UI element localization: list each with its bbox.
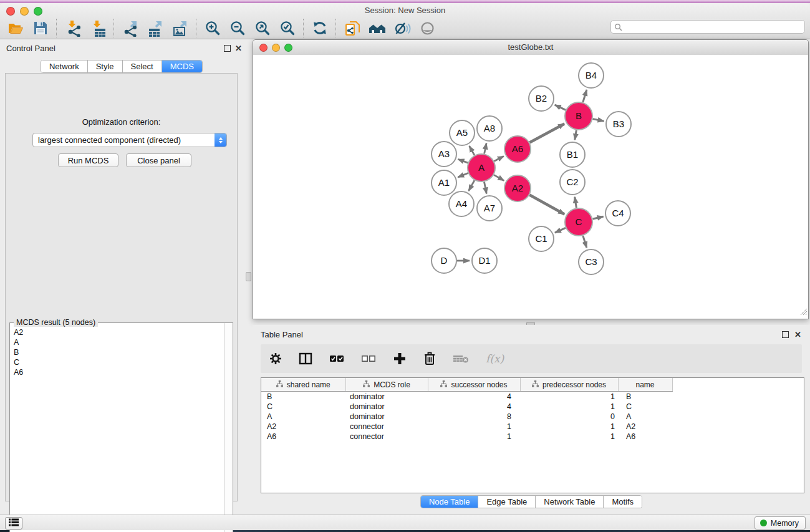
edge-A-A8[interactable] <box>485 143 487 154</box>
memory-button[interactable]: Memory <box>755 516 806 530</box>
column-header-successor-nodes[interactable]: successor nodes <box>428 378 520 392</box>
mcds-result-item[interactable]: B <box>14 347 223 357</box>
column-header-predecessor-nodes[interactable]: predecessor nodes <box>520 378 618 392</box>
column-header-MCDS-role[interactable]: MCDS role <box>345 378 428 392</box>
edge-A-A3[interactable] <box>458 159 468 163</box>
zoom-out-icon[interactable] <box>228 19 247 37</box>
resize-grip-icon[interactable] <box>799 307 808 318</box>
edge-A-A1[interactable] <box>458 173 468 178</box>
table-row[interactable]: Bdominator41B <box>261 392 804 402</box>
split-panel-icon[interactable] <box>299 352 312 365</box>
export-image-icon[interactable] <box>171 19 190 37</box>
float-table-panel-icon[interactable] <box>782 331 789 338</box>
edge-A-A4[interactable] <box>469 180 475 191</box>
edge-A-A7[interactable] <box>485 182 487 194</box>
settings-gear-icon[interactable] <box>269 352 282 365</box>
tab-node-table[interactable]: Node Table <box>421 496 479 508</box>
mcds-result-title: MCDS result (5 nodes) <box>14 318 98 327</box>
delete-columns-trash-icon[interactable] <box>423 352 436 365</box>
export-network-icon[interactable] <box>121 19 140 37</box>
zoom-in-icon[interactable] <box>203 19 222 37</box>
close-table-panel-icon[interactable]: ✕ <box>794 331 801 339</box>
tab-mcds[interactable]: MCDS <box>162 60 202 72</box>
node-label-B2: B2 <box>536 93 547 104</box>
tab-network[interactable]: Network <box>41 60 88 72</box>
window-header: Session: New Session <box>0 3 810 39</box>
import-table-icon[interactable] <box>89 19 107 37</box>
show-all-views-icon[interactable] <box>368 19 387 37</box>
cell-filler <box>672 422 804 432</box>
network-graph[interactable]: B4B2BB3A5A8A6A3B1AA1C2A2A4A7CC4C1C3DD1 <box>253 55 808 319</box>
main-toolbar <box>0 17 810 39</box>
tab-motifs[interactable]: Motifs <box>604 496 642 508</box>
column-header-name[interactable]: name <box>618 378 672 392</box>
edge-A-A6[interactable] <box>494 157 503 162</box>
delete-table-icon[interactable] <box>453 354 469 364</box>
criterion-dropdown[interactable]: largest connected component (directed) <box>32 133 227 147</box>
edge-A-A5[interactable] <box>470 146 475 155</box>
select-all-columns-icon[interactable] <box>329 354 344 363</box>
table-row[interactable]: A6connector11A6 <box>261 432 804 442</box>
close-panel-button[interactable]: Close panel <box>126 153 191 167</box>
network-canvas[interactable]: B4B2BB3A5A8A6A3B1AA1C2A2A4A7CC4C1C3DD1 <box>253 55 808 319</box>
control-panel: Control Panel ✕ NetworkStyleSelectMCDS O… <box>0 39 243 515</box>
import-network-icon[interactable] <box>64 19 82 37</box>
column-type-icon <box>276 380 283 389</box>
run-mcds-button[interactable]: Run MCDS <box>58 153 118 167</box>
edge-A6-B[interactable] <box>529 123 564 142</box>
unselect-all-columns-icon[interactable] <box>361 354 376 363</box>
network-window-titlebar[interactable]: testGlobe.txt <box>253 40 808 56</box>
node-label-B4: B4 <box>586 70 597 80</box>
close-panel-icon[interactable]: ✕ <box>235 44 242 52</box>
zoom-selected-icon[interactable] <box>278 19 297 37</box>
edge-C-C2[interactable] <box>575 197 577 208</box>
table-row[interactable]: Adominator80A <box>261 412 804 422</box>
search-input[interactable] <box>610 20 805 34</box>
window-title: Session: New Session <box>0 6 810 15</box>
list-icon <box>9 518 19 529</box>
tab-edge-table[interactable]: Edge Table <box>478 496 536 508</box>
edge-B-B4[interactable] <box>583 90 587 102</box>
edge-C-C4[interactable] <box>593 216 604 219</box>
mcds-result-item[interactable]: A6 <box>14 367 223 377</box>
node-label-A: A <box>478 162 485 173</box>
save-session-icon[interactable] <box>31 19 50 37</box>
node-table[interactable]: shared nameMCDS rolesuccessor nodesprede… <box>261 377 804 493</box>
edge-A-A2[interactable] <box>494 175 504 180</box>
edge-C-C3[interactable] <box>583 236 587 248</box>
function-builder-icon[interactable]: f(x) <box>486 352 504 365</box>
mcds-pane: Optimization criterion: largest connecte… <box>5 73 238 501</box>
search-container <box>610 20 805 34</box>
edge-C-C1[interactable] <box>555 228 566 233</box>
add-column-icon[interactable] <box>393 352 407 365</box>
hide-graphics-details-icon[interactable] <box>393 19 412 37</box>
task-history-button[interactable] <box>5 517 22 530</box>
node-label-A3: A3 <box>438 148 450 159</box>
edge-B-B2[interactable] <box>555 105 566 110</box>
edge-A2-C[interactable] <box>529 195 564 215</box>
zoom-fit-icon[interactable] <box>253 19 272 37</box>
mcds-result-list: A2ABCA6 <box>14 327 223 377</box>
float-panel-icon[interactable] <box>224 45 231 52</box>
table-row[interactable]: A2connector11A2 <box>261 422 804 432</box>
mcds-result-item[interactable]: C <box>14 357 223 367</box>
titlebar[interactable]: Session: New Session <box>0 3 810 17</box>
table-row[interactable]: Cdominator41C <box>261 402 804 412</box>
edge-B-B3[interactable] <box>593 119 604 122</box>
node-label-C3: C3 <box>585 256 597 267</box>
open-session-icon[interactable] <box>6 19 25 37</box>
mcds-result-item[interactable]: A <box>14 337 223 347</box>
tab-select[interactable]: Select <box>123 60 162 72</box>
export-table-icon[interactable] <box>146 19 165 37</box>
column-header-shared-name[interactable]: shared name <box>261 378 345 392</box>
cell: 0 <box>520 412 618 422</box>
duplicate-network-view-icon[interactable] <box>343 19 362 37</box>
tab-network-table[interactable]: Network Table <box>536 496 604 508</box>
vertical-splitter-handle[interactable] <box>246 272 251 281</box>
refresh-view-icon[interactable] <box>311 19 329 37</box>
edge-B-B1[interactable] <box>575 130 577 140</box>
show-graphics-details-icon[interactable] <box>418 19 436 37</box>
tab-style[interactable]: Style <box>88 60 123 72</box>
mcds-result-item[interactable]: A2 <box>14 327 223 337</box>
result-scrollbar[interactable] <box>224 323 233 532</box>
